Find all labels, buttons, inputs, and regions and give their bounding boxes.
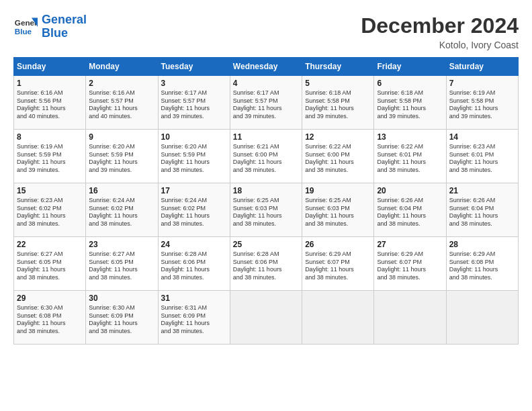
logo-icon: General Blue [13, 15, 38, 39]
day-number: 25 [233, 240, 299, 249]
calendar-cell: 6Sunrise: 6:18 AM Sunset: 5:58 PM Daylig… [374, 76, 446, 130]
calendar-cell: 12Sunrise: 6:22 AM Sunset: 6:00 PM Dayli… [302, 130, 374, 183]
day-info: Sunrise: 6:19 AM Sunset: 5:58 PM Dayligh… [449, 89, 515, 121]
calendar-cell: 8Sunrise: 6:19 AM Sunset: 5:59 PM Daylig… [14, 130, 86, 183]
calendar-cell: 13Sunrise: 6:22 AM Sunset: 6:01 PM Dayli… [374, 130, 446, 183]
day-info: Sunrise: 6:24 AM Sunset: 6:02 PM Dayligh… [89, 197, 154, 228]
calendar-cell: 27Sunrise: 6:29 AM Sunset: 6:07 PM Dayli… [374, 237, 446, 291]
calendar-cell: 29Sunrise: 6:30 AM Sunset: 6:08 PM Dayli… [14, 291, 86, 345]
calendar-cell: 1Sunrise: 6:16 AM Sunset: 5:56 PM Daylig… [14, 76, 86, 130]
calendar-cell: 28Sunrise: 6:29 AM Sunset: 6:08 PM Dayli… [446, 237, 518, 291]
weekday-header-saturday: Saturday [446, 58, 518, 76]
calendar-week-row: 15Sunrise: 6:23 AM Sunset: 6:02 PM Dayli… [14, 183, 519, 237]
day-info: Sunrise: 6:17 AM Sunset: 5:57 PM Dayligh… [161, 89, 227, 121]
calendar-cell: 3Sunrise: 6:17 AM Sunset: 5:57 PM Daylig… [158, 76, 230, 130]
day-number: 20 [377, 186, 443, 195]
day-info: Sunrise: 6:22 AM Sunset: 6:01 PM Dayligh… [377, 143, 443, 175]
calendar-week-row: 29Sunrise: 6:30 AM Sunset: 6:08 PM Dayli… [14, 291, 519, 345]
calendar-cell: 19Sunrise: 6:25 AM Sunset: 6:03 PM Dayli… [302, 183, 374, 237]
day-number: 29 [17, 293, 83, 303]
calendar-cell: 9Sunrise: 6:20 AM Sunset: 5:59 PM Daylig… [86, 130, 158, 183]
day-number: 12 [305, 132, 371, 142]
day-number: 18 [233, 186, 299, 195]
day-info: Sunrise: 6:22 AM Sunset: 6:00 PM Dayligh… [305, 143, 371, 175]
day-number: 10 [161, 132, 227, 142]
day-number: 14 [449, 132, 515, 142]
day-info: Sunrise: 6:28 AM Sunset: 6:06 PM Dayligh… [233, 250, 299, 282]
day-info: Sunrise: 6:17 AM Sunset: 5:57 PM Dayligh… [233, 89, 299, 121]
calendar-week-row: 8Sunrise: 6:19 AM Sunset: 5:59 PM Daylig… [14, 130, 519, 183]
day-info: Sunrise: 6:21 AM Sunset: 6:00 PM Dayligh… [233, 143, 299, 175]
calendar-cell: 17Sunrise: 6:24 AM Sunset: 6:02 PM Dayli… [158, 183, 230, 237]
day-info: Sunrise: 6:27 AM Sunset: 6:05 PM Dayligh… [17, 250, 83, 282]
day-info: Sunrise: 6:16 AM Sunset: 5:56 PM Dayligh… [17, 89, 83, 121]
weekday-header-friday: Friday [374, 58, 446, 76]
day-info: Sunrise: 6:27 AM Sunset: 6:05 PM Dayligh… [89, 250, 154, 282]
day-number: 28 [449, 240, 515, 249]
calendar-cell: 24Sunrise: 6:28 AM Sunset: 6:06 PM Dayli… [158, 237, 230, 291]
logo: General Blue GeneralBlue [13, 13, 87, 40]
day-info: Sunrise: 6:18 AM Sunset: 5:58 PM Dayligh… [377, 89, 443, 121]
day-number: 1 [17, 79, 83, 88]
day-number: 7 [449, 79, 515, 88]
calendar-cell: 15Sunrise: 6:23 AM Sunset: 6:02 PM Dayli… [14, 183, 86, 237]
calendar-week-row: 22Sunrise: 6:27 AM Sunset: 6:05 PM Dayli… [14, 237, 519, 291]
calendar-cell: 23Sunrise: 6:27 AM Sunset: 6:05 PM Dayli… [86, 237, 158, 291]
calendar-cell [302, 291, 374, 345]
day-info: Sunrise: 6:31 AM Sunset: 6:09 PM Dayligh… [161, 304, 227, 336]
day-number: 24 [161, 240, 227, 249]
day-info: Sunrise: 6:25 AM Sunset: 6:03 PM Dayligh… [305, 197, 371, 228]
day-info: Sunrise: 6:26 AM Sunset: 6:04 PM Dayligh… [377, 197, 443, 228]
day-number: 22 [17, 240, 83, 249]
month-title: December 2024 [361, 13, 519, 38]
calendar-cell: 26Sunrise: 6:29 AM Sunset: 6:07 PM Dayli… [302, 237, 374, 291]
day-info: Sunrise: 6:23 AM Sunset: 6:02 PM Dayligh… [17, 197, 83, 228]
calendar-cell [230, 291, 302, 345]
weekday-header-thursday: Thursday [302, 58, 374, 76]
day-info: Sunrise: 6:29 AM Sunset: 6:07 PM Dayligh… [377, 250, 443, 282]
calendar-cell [374, 291, 446, 345]
svg-text:Blue: Blue [15, 27, 32, 36]
day-number: 31 [161, 293, 227, 303]
calendar-cell: 25Sunrise: 6:28 AM Sunset: 6:06 PM Dayli… [230, 237, 302, 291]
location-subtitle: Kotolo, Ivory Coast [361, 40, 519, 50]
calendar-cell: 22Sunrise: 6:27 AM Sunset: 6:05 PM Dayli… [14, 237, 86, 291]
day-info: Sunrise: 6:20 AM Sunset: 5:59 PM Dayligh… [161, 143, 227, 175]
calendar-cell: 14Sunrise: 6:23 AM Sunset: 6:01 PM Dayli… [446, 130, 518, 183]
day-number: 6 [377, 79, 443, 88]
day-number: 3 [161, 79, 227, 88]
calendar-cell: 7Sunrise: 6:19 AM Sunset: 5:58 PM Daylig… [446, 76, 518, 130]
day-info: Sunrise: 6:20 AM Sunset: 5:59 PM Dayligh… [89, 143, 154, 175]
page-header: General Blue GeneralBlue December 2024 K… [13, 13, 519, 50]
day-number: 26 [305, 240, 371, 249]
calendar-cell: 11Sunrise: 6:21 AM Sunset: 6:00 PM Dayli… [230, 130, 302, 183]
day-number: 16 [89, 186, 154, 195]
day-info: Sunrise: 6:16 AM Sunset: 5:57 PM Dayligh… [89, 89, 154, 121]
calendar-header-row: SundayMondayTuesdayWednesdayThursdayFrid… [14, 58, 519, 76]
day-number: 15 [17, 186, 83, 195]
calendar-week-row: 1Sunrise: 6:16 AM Sunset: 5:56 PM Daylig… [14, 76, 519, 130]
day-number: 30 [89, 293, 154, 303]
day-info: Sunrise: 6:23 AM Sunset: 6:01 PM Dayligh… [449, 143, 515, 175]
day-number: 2 [89, 79, 154, 88]
calendar-cell: 2Sunrise: 6:16 AM Sunset: 5:57 PM Daylig… [86, 76, 158, 130]
day-number: 13 [377, 132, 443, 142]
day-info: Sunrise: 6:30 AM Sunset: 6:08 PM Dayligh… [17, 304, 83, 336]
day-number: 17 [161, 186, 227, 195]
calendar-cell: 16Sunrise: 6:24 AM Sunset: 6:02 PM Dayli… [86, 183, 158, 237]
weekday-header-wednesday: Wednesday [230, 58, 302, 76]
day-number: 27 [377, 240, 443, 249]
day-info: Sunrise: 6:28 AM Sunset: 6:06 PM Dayligh… [161, 250, 227, 282]
day-number: 21 [449, 186, 515, 195]
calendar-cell: 31Sunrise: 6:31 AM Sunset: 6:09 PM Dayli… [158, 291, 230, 345]
calendar-cell: 21Sunrise: 6:26 AM Sunset: 6:04 PM Dayli… [446, 183, 518, 237]
day-info: Sunrise: 6:24 AM Sunset: 6:02 PM Dayligh… [161, 197, 227, 228]
title-block: December 2024 Kotolo, Ivory Coast [361, 13, 519, 50]
calendar-table: SundayMondayTuesdayWednesdayThursdayFrid… [13, 57, 519, 345]
day-number: 9 [89, 132, 154, 142]
day-info: Sunrise: 6:19 AM Sunset: 5:59 PM Dayligh… [17, 143, 83, 175]
logo-text: GeneralBlue [42, 13, 87, 40]
day-number: 8 [17, 132, 83, 142]
day-info: Sunrise: 6:29 AM Sunset: 6:07 PM Dayligh… [305, 250, 371, 282]
weekday-header-monday: Monday [86, 58, 158, 76]
